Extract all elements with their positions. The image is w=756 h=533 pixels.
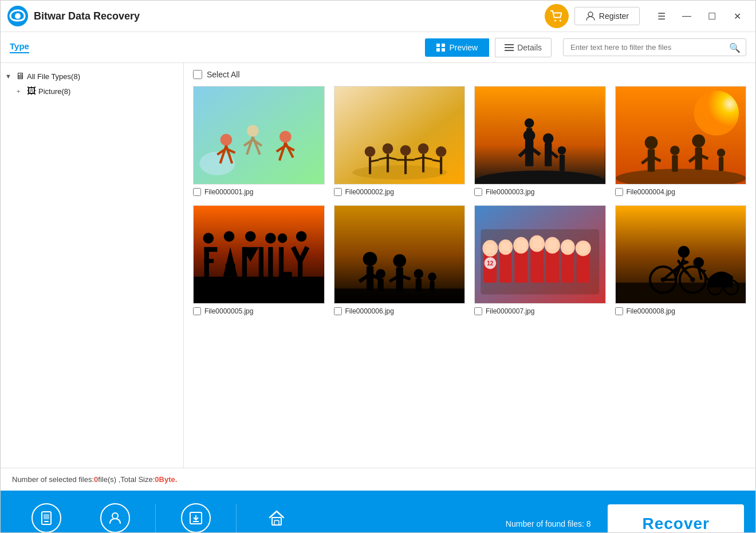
file-grid-area: Select All: [184, 63, 755, 468]
file-item-3: File0000003.jpg: [474, 86, 606, 196]
toolbar: Type Preview Details 🔍: [1, 32, 755, 63]
file-checkbox-4[interactable]: [615, 188, 623, 196]
svg-point-101: [363, 252, 377, 266]
file-item-4: File0000004.jpg: [615, 86, 747, 196]
file-checkbox-3[interactable]: [474, 188, 482, 196]
export-button[interactable]: Export: [162, 497, 230, 534]
file-item-6: File0000006.jpg: [334, 205, 466, 315]
svg-rect-106: [396, 267, 403, 291]
svg-point-24: [279, 131, 292, 143]
details-button[interactable]: Details: [495, 38, 552, 57]
home-button[interactable]: Home: [242, 497, 311, 534]
file-label-row-7: File0000007.jpg: [474, 307, 606, 315]
file-name-5: File0000005.jpg: [204, 307, 253, 315]
tree-expand-icon: ▼: [5, 73, 13, 80]
svg-point-97: [278, 233, 288, 243]
svg-rect-6: [442, 44, 445, 47]
file-checkbox-2[interactable]: [334, 188, 342, 196]
svg-point-4: [588, 12, 593, 17]
minimize-button[interactable]: —: [675, 6, 698, 26]
contact-icon: [100, 503, 130, 533]
file-thumb-7[interactable]: 12: [474, 205, 606, 304]
search-icon: 🔍: [729, 42, 741, 53]
svg-rect-164: [44, 521, 49, 522]
svg-point-111: [414, 269, 423, 279]
file-thumb-8[interactable]: [615, 205, 747, 304]
svg-point-105: [393, 254, 406, 268]
file-thumb-4[interactable]: [615, 86, 747, 185]
svg-point-63: [694, 91, 739, 136]
svg-rect-5: [436, 44, 440, 47]
svg-rect-7: [436, 48, 440, 52]
cart-button[interactable]: [545, 4, 569, 28]
svg-rect-122: [502, 242, 510, 250]
tree-item-picture[interactable]: + 🖼 Picture(8): [1, 84, 183, 99]
svg-rect-81: [204, 259, 214, 263]
status-files-suffix: file(s) ,Total Size:: [98, 475, 155, 484]
svg-rect-8: [442, 48, 445, 52]
svg-rect-51: [525, 140, 533, 167]
file-checkbox-5[interactable]: [193, 307, 201, 315]
svg-rect-137: [579, 244, 588, 253]
menu-button[interactable]: ☰: [650, 6, 673, 26]
svg-point-61: [558, 146, 566, 154]
svg-rect-85: [259, 247, 263, 277]
file-checkbox-6[interactable]: [334, 307, 342, 315]
tree-item-all[interactable]: ▼ 🖥 All File Types(8): [1, 69, 183, 84]
register-button[interactable]: Register: [574, 7, 640, 25]
export-icon: [181, 503, 211, 533]
mobile-button[interactable]: Bitwar for Mobile: [12, 497, 81, 534]
file-label-row-1: File0000001.jpg: [193, 188, 325, 196]
bottom-divider: [155, 504, 156, 534]
window-controls: ☰ — ☐ ✕: [650, 6, 749, 26]
svg-rect-132: [562, 252, 574, 283]
svg-rect-89: [279, 272, 292, 277]
total-size: 0: [155, 475, 159, 484]
file-thumb-3[interactable]: [474, 86, 606, 185]
close-button[interactable]: ✕: [726, 6, 749, 26]
file-thumb-5[interactable]: [193, 205, 325, 304]
svg-rect-120: [499, 252, 511, 283]
file-checkbox-7[interactable]: [474, 307, 482, 315]
file-label-row-8: File0000008.jpg: [615, 307, 747, 315]
select-all-checkbox[interactable]: [193, 70, 202, 79]
file-name-6: File0000006.jpg: [345, 307, 394, 315]
file-checkbox-1[interactable]: [193, 188, 201, 196]
file-name-1: File0000001.jpg: [204, 188, 253, 196]
svg-point-3: [560, 20, 561, 22]
svg-point-69: [670, 146, 680, 155]
svg-rect-131: [548, 240, 557, 250]
svg-rect-126: [530, 248, 544, 283]
svg-point-113: [428, 273, 436, 281]
svg-rect-125: [517, 240, 526, 250]
file-item-8: File0000008.jpg: [615, 205, 747, 315]
recover-button[interactable]: Recover: [608, 504, 744, 534]
svg-rect-49: [475, 87, 605, 184]
file-thumb-6[interactable]: [334, 205, 466, 304]
file-checkbox-8[interactable]: [615, 307, 623, 315]
select-all-label: Select All: [207, 70, 240, 79]
bottom-bar: Bitwar for Mobile Contact Us Export: [1, 491, 755, 533]
file-thumb-2[interactable]: [334, 86, 466, 185]
svg-rect-57: [545, 143, 552, 166]
svg-rect-134: [564, 242, 572, 252]
all-types-label: All File Types(8): [27, 72, 80, 81]
svg-rect-76: [718, 157, 723, 171]
svg-text:12: 12: [487, 260, 494, 266]
maximize-button[interactable]: ☐: [700, 6, 723, 26]
preview-button[interactable]: Preview: [425, 38, 489, 57]
file-thumb-1[interactable]: [193, 86, 325, 185]
svg-rect-56: [526, 128, 532, 141]
svg-rect-72: [695, 147, 702, 170]
svg-rect-102: [366, 266, 373, 291]
contact-button[interactable]: Contact Us: [81, 497, 149, 534]
picture-folder-icon: 🖼: [27, 86, 36, 96]
filter-input[interactable]: [563, 38, 746, 56]
svg-point-34: [418, 143, 428, 154]
type-label: Type: [10, 41, 29, 53]
svg-point-65: [644, 136, 657, 150]
computer-icon: 🖥: [15, 71, 25, 81]
svg-rect-171: [274, 520, 279, 525]
mobile-icon: [32, 503, 61, 533]
svg-point-1: [15, 13, 21, 19]
